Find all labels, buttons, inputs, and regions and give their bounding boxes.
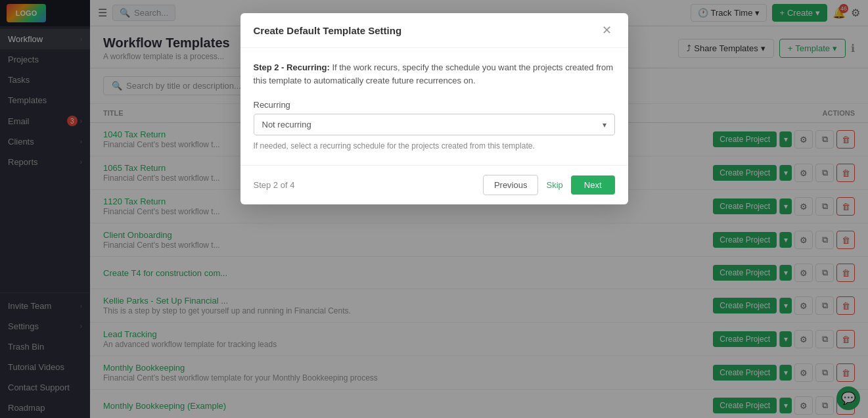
modal-footer: Step 2 of 4 Previous Skip Next [240, 165, 628, 204]
modal: Create Default Template Setting ✕ Step 2… [240, 13, 628, 204]
modal-overlay: Create Default Template Setting ✕ Step 2… [0, 0, 868, 418]
recurring-label: Recurring [254, 100, 615, 110]
footer-actions: Previous Skip Next [483, 175, 615, 195]
previous-button[interactable]: Previous [483, 175, 539, 195]
step-label: Step 2 - Recurring: [254, 62, 330, 72]
recurring-select[interactable]: Not recurring ▾ [254, 114, 615, 135]
chevron-down-icon: ▾ [603, 120, 606, 129]
modal-title: Create Default Template Setting [254, 25, 402, 36]
app-container: LOGO Workflow › Projects Tasks Templates… [0, 0, 868, 418]
form-hint: If needed, select a recurring schedule f… [254, 141, 615, 152]
step-indicator: Step 2 of 4 [254, 180, 295, 190]
modal-body: Step 2 - Recurring: If the work recurs, … [240, 48, 628, 165]
modal-description: Step 2 - Recurring: If the work recurs, … [254, 61, 615, 87]
modal-header: Create Default Template Setting ✕ [240, 13, 628, 48]
next-button[interactable]: Next [571, 175, 615, 195]
skip-link[interactable]: Skip [546, 180, 562, 190]
recurring-value: Not recurring [262, 120, 311, 129]
modal-close-button[interactable]: ✕ [599, 22, 615, 38]
